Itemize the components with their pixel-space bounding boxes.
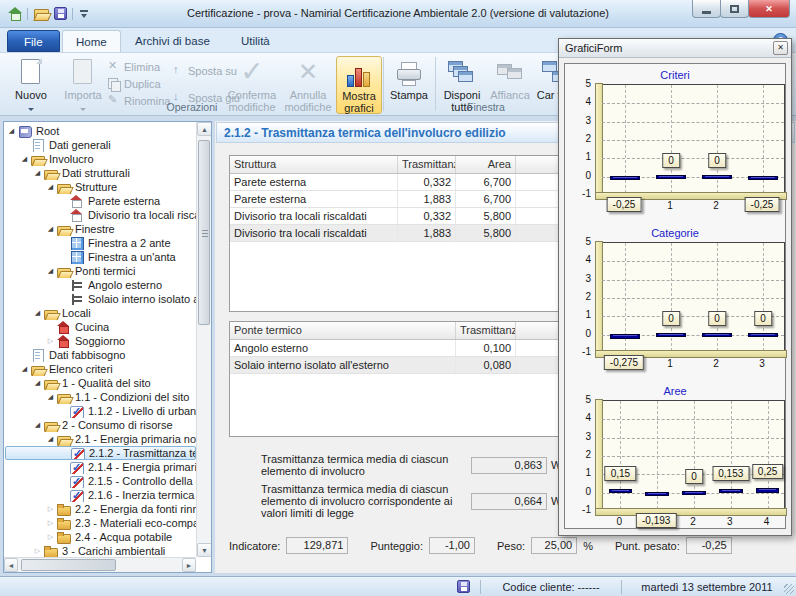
expander-closed-icon[interactable]: ▷ [45, 334, 56, 348]
graficiform-titlebar[interactable]: GraficiForm [559, 39, 791, 58]
column-header[interactable]: Struttura [230, 156, 398, 173]
column-header[interactable]: Trasmittanza [456, 322, 516, 339]
expander-open-icon[interactable]: ◢ [6, 124, 17, 138]
horizontal-scroll-thumb[interactable] [21, 559, 116, 571]
tree-item[interactable]: Dati generali [5, 138, 196, 152]
tree-item[interactable]: 2.1.2 - Trasmittanza termica [5, 446, 196, 460]
tab-utilita[interactable]: Utilità [228, 30, 283, 52]
tree-item-label: Solaio interno isolato all'esterno [87, 292, 196, 306]
tree-item[interactable]: ◢Dati strutturali [5, 166, 196, 180]
tab-archivi-di-base[interactable]: Archivi di base [122, 30, 223, 52]
save-status-icon[interactable] [457, 580, 470, 593]
check-icon [71, 447, 85, 460]
status-bar: Codice cliente: ------ martedì 13 settem… [0, 576, 796, 596]
tree-item[interactable]: 2.1.6 - Inerzia termica dell' [5, 488, 196, 502]
tree-item[interactable]: ◢Involucro [5, 152, 196, 166]
bar-chart-icon [342, 59, 376, 89]
expander-open-icon[interactable]: ◢ [45, 180, 56, 194]
folder-open-icon [31, 363, 45, 376]
expander-closed-icon[interactable]: ▷ [45, 530, 56, 544]
tree-item[interactable]: ▷2.3 - Materiali eco-compatibili [5, 516, 196, 530]
tree-item[interactable]: Parete esterna [5, 194, 196, 208]
graficiform-close-button[interactable]: ✕ [773, 41, 788, 55]
column-header[interactable]: Trasmittanza [398, 156, 456, 173]
duplica-button[interactable]: Duplica [108, 75, 170, 92]
minimize-button[interactable] [692, 0, 721, 18]
y-tick-label: 4 [567, 254, 591, 265]
column-header[interactable]: Ponte termico [230, 322, 456, 339]
expander-open-icon[interactable]: ◢ [45, 432, 56, 446]
tree-item[interactable]: ▷2.2 - Energia da fonti rinnovab [5, 502, 196, 516]
tab-home[interactable]: Home [62, 30, 121, 52]
folder-open-icon [44, 377, 58, 390]
tree-item[interactable]: ◢2.1 - Energia primaria non rinn [5, 432, 196, 446]
titlebar: Certificazione - prova - Namirial Certif… [0, 0, 796, 28]
tree-item[interactable]: ◢2 - Consumo di risorse [5, 418, 196, 432]
tree-item[interactable]: ◢1.1 - Condizioni del sito [5, 390, 196, 404]
close-button[interactable]: ✕ [748, 0, 790, 18]
gridline [602, 122, 784, 123]
x-tick-label: 4 [764, 516, 770, 527]
expander-open-icon[interactable]: ◢ [32, 376, 43, 390]
tree-item[interactable]: Angolo esterno [5, 278, 196, 292]
tree-item-label: Dati generali [48, 138, 111, 152]
column-header[interactable]: Area [456, 156, 516, 173]
tree-item-label: Angolo esterno [87, 278, 162, 292]
expander-open-icon[interactable]: ◢ [32, 166, 43, 180]
expander-open-icon[interactable]: ◢ [45, 222, 56, 236]
tree-item[interactable]: 2.1.4 - Energia primaria pe [5, 460, 196, 474]
tree-item[interactable]: 1.1.2 - Livello di urbanizzaz [5, 404, 196, 418]
expander-closed-icon[interactable]: ▷ [45, 502, 56, 516]
gridline [602, 298, 784, 299]
tree-item[interactable]: ◢Finestre [5, 222, 196, 236]
tree-item-label: 1.1 - Condizioni del sito [74, 390, 189, 404]
expander-open-icon[interactable]: ◢ [32, 418, 43, 432]
indicatore-field[interactable]: 129,871 [286, 537, 348, 554]
tree-item[interactable]: ▷2.4 - Acqua potabile [5, 530, 196, 544]
tree-vertical-scrollbar[interactable]: ▲ ▼ [196, 122, 211, 557]
table-cell: 0,080 [456, 357, 516, 373]
tree-horizontal-scrollbar[interactable]: ◄ ► [4, 557, 196, 572]
tree-item[interactable]: Cucina [5, 320, 196, 334]
stampa-button[interactable]: Stampa [386, 56, 432, 114]
tree-item[interactable]: ◢1 - Qualità del sito [5, 376, 196, 390]
value-label: -0,193 [636, 513, 676, 528]
tree-item[interactable]: Finestra a un'anta [5, 250, 196, 264]
tree-item[interactable]: ◢Locali [5, 306, 196, 320]
tree-item[interactable]: Solaio interno isolato all'esterno [5, 292, 196, 306]
expander-open-icon[interactable]: ◢ [45, 390, 56, 404]
vertical-scroll-thumb[interactable] [198, 140, 210, 325]
punteggio-field[interactable]: -1,00 [429, 537, 475, 554]
expander-open-icon[interactable]: ◢ [32, 306, 43, 320]
trasmittanza-limite-field[interactable]: 0,664 [471, 493, 547, 510]
maximize-button[interactable] [720, 0, 749, 18]
resize-grip[interactable] [784, 584, 794, 594]
tree-item[interactable]: 2.1.5 - Controllo della radia [5, 474, 196, 488]
scroll-down-button[interactable]: ▼ [197, 543, 212, 557]
duplicate-icon [108, 78, 121, 90]
tree-item[interactable]: ◢Root [5, 124, 196, 138]
expander-open-icon[interactable]: ◢ [19, 152, 30, 166]
tree-item[interactable]: ◢Strutture [5, 180, 196, 194]
scroll-left-button[interactable]: ◄ [4, 558, 18, 572]
expander-open-icon[interactable]: ◢ [19, 362, 30, 376]
tree-item[interactable]: Dati fabbisogno [5, 348, 196, 362]
tree-item[interactable]: Divisorio tra locali riscaldati [5, 208, 196, 222]
scroll-right-button[interactable]: ► [182, 558, 196, 572]
tree-item[interactable]: ◢Ponti termici [5, 264, 196, 278]
tree-item-label: 2.2 - Energia da fonti rinnovab [74, 502, 196, 516]
tree-item[interactable]: ▷Soggiorno [5, 334, 196, 348]
trasmittanza-media-field[interactable]: 0,863 [471, 457, 547, 474]
scroll-up-button[interactable]: ▲ [197, 122, 212, 136]
tree-item[interactable]: ▷3 - Carichi ambientali [5, 544, 196, 557]
elimina-button[interactable]: ✕Elimina [108, 58, 170, 75]
expander-closed-icon[interactable]: ▷ [32, 544, 43, 557]
tree-item[interactable]: ◢Elenco criteri [5, 362, 196, 376]
folder-open-icon [57, 223, 71, 236]
expander-open-icon[interactable]: ◢ [45, 264, 56, 278]
house-icon [70, 195, 84, 208]
tree-item[interactable]: Finestra a 2 ante [5, 236, 196, 250]
expander-closed-icon[interactable]: ▷ [45, 516, 56, 530]
y-tick-label: 5 [567, 236, 591, 247]
tab-file[interactable]: File [7, 30, 60, 52]
